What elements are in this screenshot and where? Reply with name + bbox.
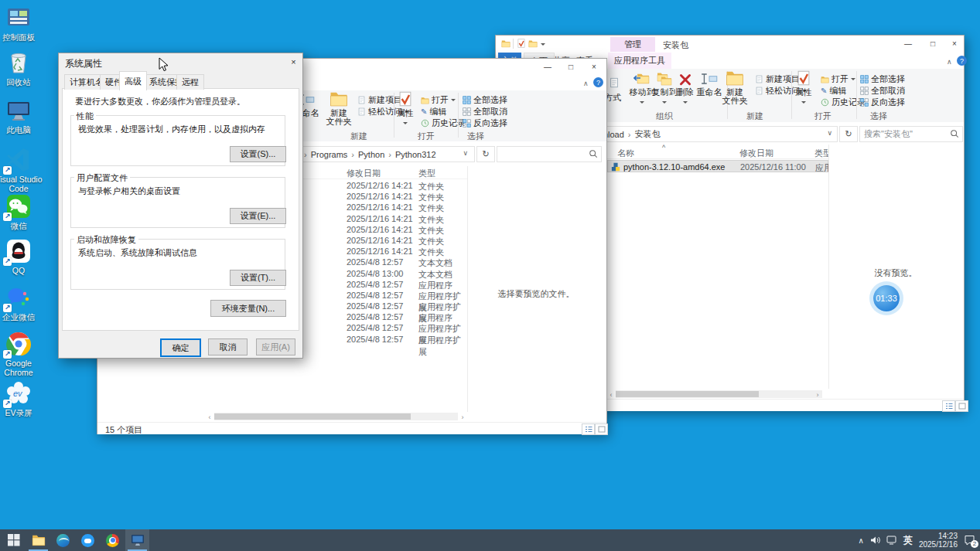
select-all-button[interactable]: 全部选择 xyxy=(860,73,905,85)
close-button[interactable]: × xyxy=(582,59,606,75)
taskbar-chrome[interactable] xyxy=(101,529,125,551)
desktop-icon-wecom[interactable]: ↗ 企业微信 xyxy=(0,284,46,322)
user-profiles-group-title: 用户配置文件 xyxy=(74,172,130,184)
qat-new-folder-icon[interactable] xyxy=(528,39,538,48)
new-folder-icon xyxy=(330,90,348,107)
minimize-button[interactable]: — xyxy=(896,36,920,52)
paste-shortcut-icon[interactable] xyxy=(609,77,620,88)
address-dropdown-icon[interactable]: ∨ xyxy=(827,129,832,137)
select-all-button[interactable]: 全部选择 xyxy=(463,94,507,106)
column-header-type[interactable]: 类型 xyxy=(418,168,435,179)
history-button[interactable]: 历史记录 xyxy=(421,117,466,129)
scroll-right-arrow[interactable]: › xyxy=(813,391,822,399)
desktop-icon-recycle-bin[interactable]: 回收站 xyxy=(0,49,46,87)
edit-button[interactable]: ✎ 编辑 xyxy=(421,106,446,117)
column-header-date[interactable]: 修改日期 xyxy=(739,148,773,159)
qat-properties-icon[interactable] xyxy=(517,39,526,48)
h-scrollbar-thumb[interactable] xyxy=(616,391,759,397)
maximize-button[interactable]: □ xyxy=(921,36,944,52)
new-folder-icon xyxy=(726,70,744,87)
column-header-name[interactable]: 名称 xyxy=(617,148,634,159)
edit-button[interactable]: ✎ 编辑 xyxy=(821,85,846,97)
taskbar-file-explorer[interactable] xyxy=(26,529,50,551)
clock[interactable]: 14:23 2025/12/16 xyxy=(919,532,958,549)
cancel-button[interactable]: 取消 xyxy=(208,338,248,355)
show-hidden-icons[interactable]: ∧ xyxy=(859,536,864,545)
close-button[interactable]: × xyxy=(285,53,302,70)
tab-advanced[interactable]: 高级 xyxy=(119,71,147,90)
minimize-button[interactable]: — xyxy=(536,59,559,75)
environment-variables-button[interactable]: 环境变量(N)... xyxy=(210,300,286,317)
open-button[interactable]: 打开 xyxy=(421,94,456,106)
history-button[interactable]: 历史记录 xyxy=(821,97,866,108)
new-folder-button[interactable]: 新建 文件夹 xyxy=(719,70,751,105)
h-scrollbar[interactable] xyxy=(214,413,458,420)
tab-application-tools[interactable]: 应用程序工具 xyxy=(608,53,671,69)
column-header-type[interactable]: 类型 xyxy=(814,148,828,159)
collapse-ribbon-icon[interactable]: ∧ xyxy=(583,80,589,87)
move-to-dropdown xyxy=(640,101,644,104)
scroll-right-arrow[interactable]: › xyxy=(458,413,467,421)
close-button[interactable]: × xyxy=(946,36,963,52)
breadcrumb-folder[interactable]: Programs xyxy=(311,150,348,159)
desktop-icon-chrome[interactable]: ↗ Google Chrome xyxy=(0,331,46,377)
select-none-button[interactable]: 全部取消 xyxy=(463,106,507,117)
breadcrumb-folder[interactable]: Python xyxy=(358,150,384,159)
thumbnail-view-button[interactable] xyxy=(595,423,608,435)
ok-button[interactable]: 确定 xyxy=(160,338,201,357)
system-tray: ∧ 英 14:23 2025/12/16 2 xyxy=(859,529,977,551)
volume-icon[interactable] xyxy=(870,536,880,545)
breadcrumb-folder[interactable]: 安装包 xyxy=(634,128,660,140)
desktop-icon-this-pc[interactable]: 此电脑 xyxy=(0,97,46,135)
properties-button[interactable]: 属性 xyxy=(792,70,815,106)
h-scrollbar[interactable] xyxy=(616,390,822,398)
status-bar: 15 个项目 xyxy=(97,422,606,434)
recording-timer[interactable]: 01:33 xyxy=(873,285,900,311)
invert-selection-button[interactable]: 反向选择 xyxy=(463,117,507,129)
performance-settings-button[interactable]: 设置(S)... xyxy=(230,146,286,162)
new-folder-button[interactable]: 新建 文件夹 xyxy=(323,90,355,126)
collapse-ribbon-icon[interactable]: ∧ xyxy=(947,58,952,66)
search-box[interactable]: 搜索"安装包" xyxy=(859,126,963,142)
help-icon[interactable]: ? xyxy=(593,77,603,87)
ime-indicator[interactable]: 英 xyxy=(903,534,913,547)
start-button[interactable] xyxy=(2,529,26,551)
qat-customize-chevron-icon[interactable] xyxy=(541,43,545,46)
invert-selection-button[interactable]: 反向选择 xyxy=(860,97,905,108)
h-scrollbar-thumb[interactable] xyxy=(214,413,411,420)
search-box[interactable] xyxy=(497,146,602,162)
select-none-button[interactable]: 全部取消 xyxy=(860,85,905,97)
taskbar-netdisk[interactable] xyxy=(76,529,100,551)
details-view-button[interactable] xyxy=(942,400,955,412)
scroll-left-arrow[interactable]: ‹ xyxy=(606,391,616,399)
open-button[interactable]: 打开 xyxy=(821,73,855,85)
network-icon[interactable] xyxy=(886,536,897,545)
ribbon-group-select: 选择 xyxy=(460,131,491,142)
desktop-icon-control-panel[interactable]: 控制面板 xyxy=(0,5,46,43)
apply-button[interactable]: 应用(A) xyxy=(256,338,295,355)
desktop-icon-qq[interactable]: ↗ QQ xyxy=(0,238,46,276)
preview-hint: 选择要预览的文件。 xyxy=(467,288,605,300)
details-view-button[interactable] xyxy=(582,423,595,435)
file-row-selected[interactable]: python-3.12.10-amd64.exe 2025/12/16 11:0… xyxy=(607,160,828,172)
column-header-date[interactable]: 修改日期 xyxy=(347,168,381,179)
desktop-icon-vscode[interactable]: ↗ Visual Studio Code xyxy=(0,147,46,193)
qat-folder-icon[interactable] xyxy=(501,39,510,48)
refresh-button[interactable]: ↻ xyxy=(476,146,495,162)
desktop-icon-wechat[interactable]: ↗ 微信 xyxy=(0,193,46,231)
startup-recovery-settings-button[interactable]: 设置(T)... xyxy=(230,270,286,286)
refresh-button[interactable]: ↻ xyxy=(839,126,858,142)
desktop-icon-ev-recorder[interactable]: ev ↗ EV录屏 xyxy=(0,380,46,418)
scroll-left-arrow[interactable]: ‹ xyxy=(205,413,214,421)
maximize-button[interactable]: □ xyxy=(559,59,582,75)
user-profiles-settings-button[interactable]: 设置(E)... xyxy=(230,208,286,224)
properties-button[interactable]: 属性 xyxy=(394,90,417,127)
taskbar-edge[interactable] xyxy=(51,529,75,551)
breadcrumb-folder[interactable]: Python312 xyxy=(395,150,436,159)
tab-remote[interactable]: 远程 xyxy=(176,74,204,90)
thumbnail-view-button[interactable] xyxy=(955,400,968,412)
address-dropdown-icon[interactable]: ∨ xyxy=(463,149,468,157)
help-icon[interactable]: ? xyxy=(957,56,967,66)
taskbar-system-properties[interactable] xyxy=(125,529,149,551)
notification-center[interactable]: 2 xyxy=(964,535,977,546)
